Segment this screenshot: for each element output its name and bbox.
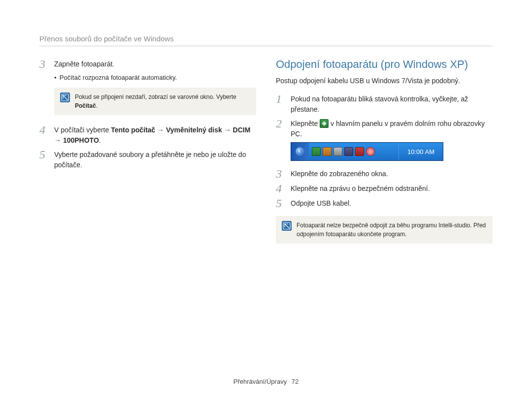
right-column: Odpojení fotoaparátu (pro Windows XP) Po… bbox=[276, 58, 493, 252]
taskbar-expand-icon bbox=[296, 147, 304, 156]
tray-safely-remove-icon bbox=[312, 147, 321, 156]
step-4-pre: V počítači vyberte bbox=[54, 126, 111, 134]
section-intro: Postup odpojení kabelu USB u Windows 7/V… bbox=[276, 76, 493, 86]
tray-status-icon bbox=[366, 147, 375, 156]
note-box-2: Fotoaparát nelze bezpečně odpojit za běh… bbox=[276, 216, 493, 244]
step-3-sub-bullet: Počítač rozpozná fotoaparát automaticky. bbox=[54, 73, 256, 83]
note-icon bbox=[60, 93, 70, 102]
note-icon bbox=[282, 221, 292, 231]
safely-remove-icon bbox=[320, 119, 329, 128]
note-text-bold: Počítač bbox=[75, 102, 96, 109]
step-text: Klepněte v hlavním panelu v pravém dolní… bbox=[291, 118, 493, 139]
left-column: 3 Zapněte fotoaparát. Počítač rozpozná f… bbox=[39, 58, 256, 252]
page-footer: Přehrávání/Úpravy 72 bbox=[0, 378, 532, 385]
step-number: 4 bbox=[39, 124, 48, 136]
tray-volume-icon bbox=[355, 147, 364, 156]
step-text: Vyberte požadované soubory a přetáhněte … bbox=[54, 149, 256, 170]
step-number: 5 bbox=[39, 149, 48, 160]
step-3: 3 Zapněte fotoaparát. bbox=[39, 58, 256, 70]
step-number: 3 bbox=[39, 58, 48, 70]
r-step-2: 2 Klepněte v hlavním panelu v pravém dol… bbox=[276, 118, 493, 139]
taskbar-clock: 10:00 AM bbox=[399, 143, 443, 160]
step-text: Klepněte do zobrazeného okna. bbox=[291, 168, 388, 179]
section-title: Odpojení fotoaparátu (pro Windows XP) bbox=[276, 58, 493, 71]
r-step-1: 1 Pokud na fotoaparátu bliká stavová kon… bbox=[276, 93, 493, 115]
page-number: 72 bbox=[292, 378, 299, 385]
step-number: 3 bbox=[276, 168, 285, 180]
step-4-post: . bbox=[99, 136, 101, 144]
page-header: Přenos souborů do počítače ve Windows bbox=[39, 34, 493, 46]
step-number: 1 bbox=[276, 93, 285, 105]
step-number: 2 bbox=[276, 118, 285, 129]
note-text-part-a: Pokud se připojení nezdaří, zobrazí se v… bbox=[75, 93, 236, 100]
r-step-5: 5 Odpojte USB kabel. bbox=[276, 197, 493, 209]
note-text: Pokud se připojení nezdaří, zobrazí se v… bbox=[75, 93, 250, 110]
step-4: 4 V počítači vyberte Tento počítač → Vym… bbox=[39, 124, 256, 146]
note-text: Fotoaparát nelze bezpečně odpojit za běh… bbox=[297, 221, 487, 239]
step-text: V počítači vyberte Tento počítač → Vyměn… bbox=[54, 124, 256, 146]
step-text: Pokud na fotoaparátu bliká stavová kontr… bbox=[291, 93, 493, 115]
r-step-4: 4 Klepněte na zprávu o bezpečném odstran… bbox=[276, 183, 493, 194]
r-step-3: 3 Klepněte do zobrazeného okna. bbox=[276, 168, 493, 180]
step-number: 5 bbox=[276, 197, 285, 209]
step-number: 4 bbox=[276, 183, 285, 194]
taskbar-screenshot: 10:00 AM bbox=[291, 142, 443, 161]
note-text-part-c: . bbox=[96, 102, 98, 109]
step-text: Zapněte fotoaparát. bbox=[54, 58, 114, 69]
footer-section: Přehrávání/Úpravy bbox=[233, 378, 287, 385]
tray-shield-icon bbox=[323, 147, 332, 156]
step-5: 5 Vyberte požadované soubory a přetáhnět… bbox=[39, 149, 256, 170]
tray-network-icon bbox=[333, 147, 342, 156]
r-step-2-pre: Klepněte bbox=[291, 120, 320, 127]
step-text: Odpojte USB kabel. bbox=[291, 197, 351, 209]
tray-display-icon bbox=[344, 147, 353, 156]
note-box-1: Pokud se připojení nezdaří, zobrazí se v… bbox=[54, 88, 256, 115]
step-text: Klepněte na zprávu o bezpečném odstraněn… bbox=[291, 183, 430, 194]
taskbar-expand-area bbox=[291, 143, 309, 160]
taskbar-tray bbox=[309, 143, 399, 160]
content-columns: 3 Zapněte fotoaparát. Počítač rozpozná f… bbox=[39, 58, 493, 252]
